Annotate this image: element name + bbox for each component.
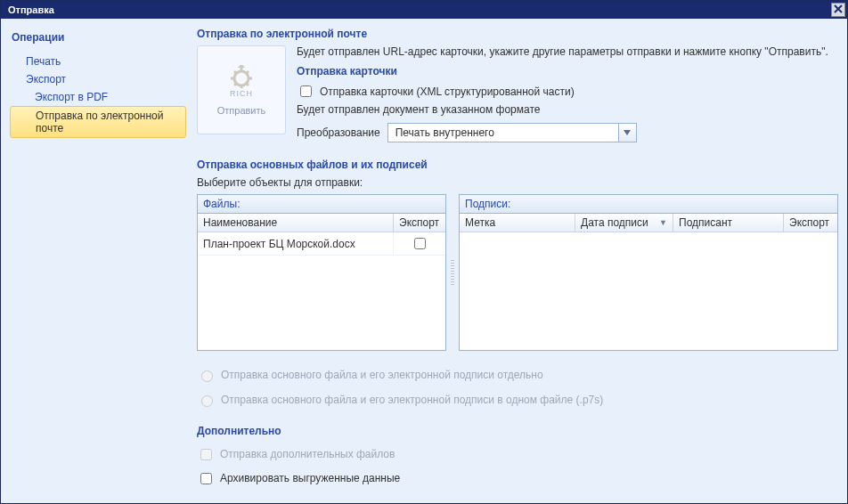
card-heading: Отправка карточки: [297, 65, 838, 77]
doc-sent-text: Будет отправлен документ в указанном фор…: [297, 103, 838, 116]
radio-separate-input: [201, 370, 213, 382]
window-title: Отправка: [8, 4, 54, 15]
card-checkbox[interactable]: [300, 85, 312, 97]
archive-label: Архивировать выгруженные данные: [220, 472, 400, 484]
cell-name: План-проект БЦ Морской.docx: [198, 232, 394, 255]
transform-label: Преобразование: [297, 126, 380, 139]
sidebar-heading: Операции: [10, 28, 186, 47]
files-panel-title: Файлы:: [198, 195, 445, 214]
sidebar: Операции Печать Экспорт Экспорт в PDF От…: [10, 28, 186, 491]
transform-dropdown[interactable]: Печать внутреннего: [387, 123, 637, 142]
col-export[interactable]: Экспорт: [394, 214, 445, 232]
svg-line-7: [234, 83, 237, 85]
info-text: Будет отправлен URL-адрес карточки, укаж…: [297, 45, 838, 58]
files-and-sigs: Файлы: Наименование Экспорт План-проект …: [197, 194, 838, 351]
col-name[interactable]: Наименование: [198, 214, 394, 232]
transform-value: Печать внутреннего: [388, 126, 618, 139]
row-export-checkbox[interactable]: [414, 238, 426, 249]
col-text: Экспорт: [789, 216, 829, 229]
sidebar-item-label: Отправка по электронной почте: [36, 110, 163, 134]
sidebar-item-label: Печать: [26, 55, 61, 68]
top-fields: Будет отправлен URL-адрес карточки, укаж…: [297, 45, 838, 142]
sidebar-item-send-email[interactable]: Отправка по электронной почте: [10, 106, 186, 138]
extra-files-checkbox: [200, 449, 212, 460]
main-panel: Отправка по электронной почте: [197, 28, 838, 491]
sigs-panel-title: Подписи:: [460, 195, 837, 214]
archive-checkbox[interactable]: [200, 473, 212, 484]
col-text: Дата подписи: [581, 216, 648, 229]
files-panel: Файлы: Наименование Экспорт План-проект …: [197, 194, 446, 351]
files-subtext: Выберите объекты для отправки:: [197, 176, 838, 189]
sidebar-item-print[interactable]: Печать: [10, 53, 186, 70]
send-button[interactable]: RICH Отправить: [197, 45, 286, 134]
radio-p7s: Отправка основного файла и его электронн…: [197, 393, 838, 407]
sidebar-item-export[interactable]: Экспорт: [10, 70, 186, 88]
card-checkbox-label: Отправка карточки (XML структурированной…: [320, 85, 575, 98]
sidebar-item-label: Экспорт: [26, 73, 66, 85]
radio-p7s-label: Отправка основного файла и его электронн…: [221, 394, 603, 406]
radio-p7s-input: [201, 395, 213, 407]
col-label: Наименование: [203, 216, 277, 229]
col-label[interactable]: Метка: [460, 214, 575, 232]
rich-label: RICH: [230, 89, 253, 98]
top-block: RICH Отправить Будет отправлен URL-адрес…: [197, 45, 838, 142]
svg-line-5: [234, 71, 237, 74]
radio-separate-label: Отправка основного файла и его электронн…: [221, 369, 543, 381]
extra-files-row: Отправка дополнительных файлов: [197, 446, 838, 463]
dialog-body: Операции Печать Экспорт Экспорт в PDF От…: [1, 19, 847, 503]
col-text: Метка: [465, 216, 495, 229]
col-signer[interactable]: Подписант: [673, 214, 784, 232]
titlebar: Отправка: [1, 1, 847, 19]
archive-row: Архивировать выгруженные данные: [197, 470, 838, 487]
table-row[interactable]: План-проект БЦ Морской.docx: [198, 232, 445, 256]
col-text: Подписант: [679, 216, 732, 229]
chevron-down-icon[interactable]: [618, 124, 636, 142]
cell-export: [394, 232, 445, 255]
sidebar-item-export-pdf[interactable]: Экспорт в PDF: [10, 88, 186, 106]
col-date[interactable]: Дата подписи ▼: [575, 214, 673, 232]
splitter-grip-icon: [451, 260, 454, 285]
gear-icon: [228, 65, 255, 88]
signatures-panel: Подписи: Метка Дата подписи ▼ Подписант: [459, 194, 838, 351]
sigs-grid-header: Метка Дата подписи ▼ Подписант Экспорт: [460, 214, 837, 232]
card-checkbox-row: Отправка карточки (XML структурированной…: [297, 83, 838, 100]
extra-files-label: Отправка дополнительных файлов: [220, 448, 395, 460]
transform-row: Преобразование Печать внутреннего: [297, 123, 838, 142]
svg-line-6: [246, 83, 249, 85]
radio-separate: Отправка основного файла и его электронн…: [197, 368, 838, 382]
close-icon[interactable]: [831, 3, 845, 17]
files-heading: Отправка основных файлов и их подписей: [197, 159, 838, 171]
page-title: Отправка по электронной почте: [197, 28, 838, 40]
dialog-window: Отправка Операции Печать Экспорт Экспорт…: [0, 0, 848, 504]
col-export[interactable]: Экспорт: [784, 214, 837, 232]
sidebar-item-label: Экспорт в PDF: [35, 91, 108, 103]
send-button-label: Отправить: [217, 105, 266, 116]
svg-line-8: [246, 71, 249, 74]
sort-desc-icon: ▼: [659, 218, 667, 227]
files-grid-header: Наименование Экспорт: [198, 214, 445, 232]
col-label: Экспорт: [399, 216, 439, 229]
splitter[interactable]: [450, 194, 455, 351]
extra-heading: Дополнительно: [197, 425, 838, 437]
